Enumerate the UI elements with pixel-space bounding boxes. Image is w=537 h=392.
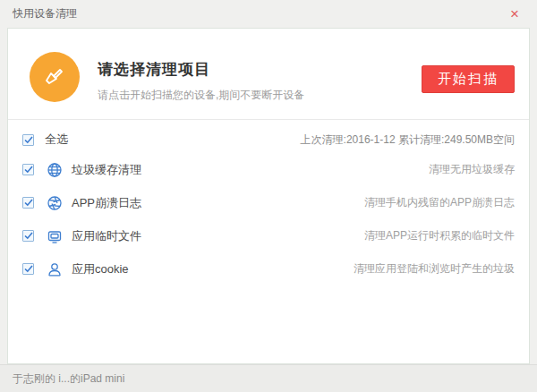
select-all-checkbox[interactable] bbox=[22, 134, 34, 146]
item-label: 垃圾缓存清理 bbox=[72, 162, 141, 178]
item-checkbox[interactable] bbox=[22, 230, 34, 242]
item-description: 清理手机内残留的APP崩溃日志 bbox=[364, 195, 515, 210]
item-description: 清理APP运行时积累的临时文件 bbox=[364, 228, 515, 243]
broom-icon bbox=[30, 52, 80, 102]
cleanup-list: 全选 上次清理:2016-1-12 累计清理:249.50MB空间 垃圾缓存清理… bbox=[8, 126, 529, 285]
device-name: 于志刚的 i...的iPad mini bbox=[13, 371, 124, 387]
item-description: 清理无用垃圾缓存 bbox=[429, 162, 515, 177]
list-item: 应用临时文件 清理APP运行时积累的临时文件 bbox=[22, 219, 515, 252]
item-label: APP崩溃日志 bbox=[72, 195, 141, 211]
select-all-row: 全选 上次清理:2016-1-12 累计清理:249.50MB空间 bbox=[22, 126, 515, 153]
close-icon[interactable]: × bbox=[507, 4, 523, 23]
item-label: 应用cookie bbox=[72, 261, 129, 277]
item-checkbox[interactable] bbox=[22, 164, 34, 175]
list-item: 垃圾缓存清理 清理无用垃圾缓存 bbox=[22, 153, 515, 186]
main-panel: 请选择清理项目 请点击开始扫描您的设备,期间不要断开设备 开始扫描 全选 上次清… bbox=[7, 28, 530, 364]
panel-header: 请选择清理项目 请点击开始扫描您的设备,期间不要断开设备 开始扫描 bbox=[8, 29, 529, 120]
statusbar: 于志刚的 i...的iPad mini bbox=[0, 364, 537, 392]
window-title: 快用设备清理 bbox=[13, 6, 507, 21]
item-label: 应用临时文件 bbox=[72, 228, 141, 244]
start-scan-button[interactable]: 开始扫描 bbox=[422, 65, 515, 93]
item-checkbox[interactable] bbox=[22, 263, 34, 275]
item-description: 清理应用登陆和浏览时产生的垃圾 bbox=[354, 261, 515, 277]
list-item: APP崩溃日志 清理手机内残留的APP崩溃日志 bbox=[22, 186, 515, 219]
user-icon bbox=[47, 261, 63, 277]
item-checkbox[interactable] bbox=[22, 197, 34, 209]
cleanup-stats: 上次清理:2016-1-12 累计清理:249.50MB空间 bbox=[301, 132, 515, 148]
titlebar: 快用设备清理 × bbox=[0, 0, 537, 28]
list-item: 应用cookie 清理应用登陆和浏览时产生的垃圾 bbox=[22, 252, 515, 285]
select-all-label: 全选 bbox=[45, 132, 68, 148]
chat-display-icon bbox=[47, 228, 63, 244]
globe-icon bbox=[47, 162, 63, 178]
aperture-icon bbox=[47, 195, 63, 211]
